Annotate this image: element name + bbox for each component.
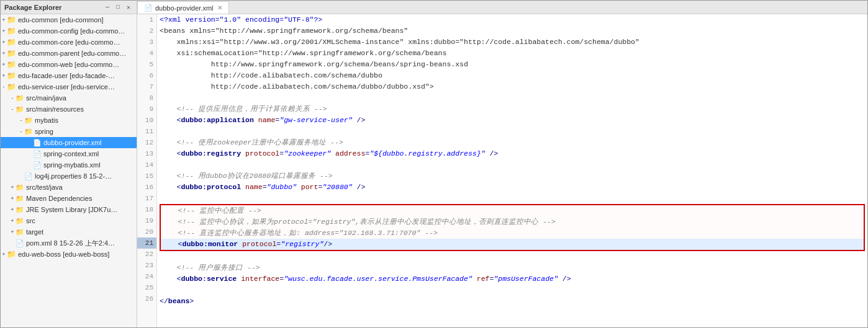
tree-item-label: edu-common [edu-common] <box>18 16 104 24</box>
tree-toggle[interactable]: - <box>9 106 16 112</box>
code-line-6: http://code.alibabatech.com/schema/dubbo <box>160 70 865 81</box>
close-sidebar-icon[interactable]: ✕ <box>124 3 133 12</box>
minimize-icon[interactable]: — <box>103 3 112 12</box>
sidebar-item-src-main-resources[interactable]: -📁src/main/resources <box>1 104 137 115</box>
tree-item-label: log4j.properties 8 15-2-… <box>35 172 112 180</box>
editor-tab-dubbo-provider[interactable]: 📄 dubbo-provider.xml ✕ <box>137 1 229 14</box>
sidebar-content: +📁edu-common [edu-common]+📁edu-common-co… <box>1 14 137 327</box>
tree-toggle[interactable]: - <box>1 84 7 90</box>
folder-icon: 📁 <box>16 217 24 225</box>
code-line-23: <!-- 用户服务接口 --> <box>160 262 865 273</box>
code-line-3: xmlns:xsi="http://www.w3.org/2001/XMLSch… <box>160 37 865 48</box>
sidebar-item-pom-xml[interactable]: 📄pom.xml 8 15-2-26 上午2:4… <box>1 237 137 249</box>
tree-toggle[interactable]: + <box>1 50 7 56</box>
code-area[interactable]: <?xml version="1.0" encoding="UTF-8"?><b… <box>157 14 867 327</box>
line-number-22: 22 <box>137 249 156 260</box>
sidebar-item-jre-system[interactable]: +📁JRE System Library [JDK7u… <box>1 204 137 215</box>
tree-item-label: edu-common-config [edu-commo… <box>18 27 125 35</box>
tree-toggle[interactable]: + <box>1 17 7 23</box>
sidebar-item-edu-facade-user[interactable]: +📁edu-facade-user [edu-facade-… <box>1 70 137 81</box>
code-line-13: <dubbo:registry protocol="zookeeper" add… <box>160 148 865 159</box>
line-number-18: 18 <box>137 204 156 215</box>
editor-content: 1234567891011121314151617181920212223242… <box>137 14 867 327</box>
tree-item-label: edu-service-user [edu-service… <box>18 83 115 91</box>
sidebar-item-edu-common-config[interactable]: +📁edu-common-config [edu-commo… <box>1 25 137 37</box>
sidebar-item-spring-context-xml[interactable]: 📄spring-context.xml <box>1 148 137 159</box>
tree-item-label: spring <box>35 128 53 135</box>
tree-item-label: spring-mybatis.xml <box>43 161 101 169</box>
line-number-25: 25 <box>137 282 156 293</box>
xml-file-icon: 📄 <box>33 161 42 169</box>
sidebar-item-src-test-java[interactable]: +📁src/test/java <box>1 182 137 193</box>
line-number-24: 24 <box>137 271 156 282</box>
sidebar-item-edu-web-boss[interactable]: +📁edu-web-boss [edu-web-boss] <box>1 249 137 260</box>
sidebar-item-dubbo-provider-xml[interactable]: 📄dubbo-provider.xml <box>1 137 137 148</box>
sidebar-item-edu-service-user[interactable]: -📁edu-service-user [edu-service… <box>1 81 137 92</box>
tree-item-label: pom.xml 8 15-2-26 上午2:4… <box>26 239 115 248</box>
sidebar-item-target[interactable]: +📁target <box>1 226 137 237</box>
tree-item-label: JRE System Library [JDK7u… <box>26 206 117 213</box>
sidebar-item-maven-deps[interactable]: +📁Maven Dependencies <box>1 193 137 204</box>
project-icon: 📁 <box>7 71 16 80</box>
line-number-20: 20 <box>137 226 156 237</box>
tab-close-icon[interactable]: ✕ <box>217 4 222 11</box>
code-line-1: <?xml version="1.0" encoding="UTF-8"?> <box>160 14 865 25</box>
tree-toggle[interactable]: + <box>1 251 7 257</box>
sidebar-item-edu-common-core[interactable]: +📁edu-common-core [edu-commo… <box>1 37 137 48</box>
line-number-13: 13 <box>137 148 156 159</box>
tree-toggle[interactable] <box>27 140 33 146</box>
maximize-icon[interactable]: □ <box>114 3 122 12</box>
sidebar-item-edu-common-parent[interactable]: +📁edu-common-parent [edu-commo… <box>1 48 137 59</box>
line-number-15: 15 <box>137 171 156 182</box>
folder-icon: 📁 <box>24 117 33 125</box>
sidebar-item-log4j[interactable]: 📄log4j.properties 8 15-2-… <box>1 171 137 182</box>
line-number-5: 5 <box>137 59 156 70</box>
sidebar-header: Package Explorer — □ ✕ <box>1 1 137 14</box>
editor-tab-bar: 📄 dubbo-provider.xml ✕ <box>137 1 867 14</box>
line-number-19: 19 <box>137 215 156 226</box>
sidebar-item-src[interactable]: +📁src <box>1 215 137 226</box>
tree-toggle[interactable]: - <box>9 95 16 101</box>
tree-item-label: mybatis <box>35 117 58 124</box>
tree-toggle[interactable] <box>27 162 33 168</box>
tab-label: dubbo-provider.xml <box>155 4 214 12</box>
tree-toggle[interactable]: + <box>1 28 7 34</box>
tree-toggle[interactable]: + <box>1 39 7 45</box>
tree-toggle[interactable]: + <box>9 206 16 213</box>
line-number-11: 11 <box>137 126 156 137</box>
line-number-7: 7 <box>137 81 156 92</box>
sidebar-item-src-main-java[interactable]: -📁src/main/java <box>1 92 137 104</box>
project-icon: 📁 <box>7 38 16 47</box>
code-line-5: http://www.springframework.org/schema/be… <box>160 59 865 70</box>
line-number-1: 1 <box>137 14 156 25</box>
sidebar-item-mybatis[interactable]: -📁mybatis <box>1 115 137 126</box>
tree-toggle[interactable]: + <box>1 73 7 79</box>
tree-toggle[interactable] <box>18 173 24 179</box>
code-line-20: <!-- 直连监控中心服务器地址，如: address="192.168.3.7… <box>161 228 864 239</box>
tree-toggle[interactable]: - <box>18 117 24 123</box>
sidebar-item-spring[interactable]: -📁spring <box>1 126 137 137</box>
sidebar: Package Explorer — □ ✕ +📁edu-common [edu… <box>1 1 137 327</box>
sidebar-item-edu-common-web[interactable]: +📁edu-common-web [edu-commo… <box>1 59 137 70</box>
code-line-11 <box>160 126 865 137</box>
tree-toggle[interactable] <box>27 151 33 157</box>
folder-icon: 📁 <box>16 184 24 192</box>
tree-toggle[interactable]: + <box>9 218 16 224</box>
line-number-4: 4 <box>137 48 156 59</box>
tree-toggle[interactable]: + <box>9 184 16 190</box>
editor-area: 📄 dubbo-provider.xml ✕ 12345678910111213… <box>137 1 867 327</box>
code-line-21: <dubbo:monitor protocol="registry"/> <box>161 239 864 250</box>
project-icon: 📁 <box>7 16 16 24</box>
tree-toggle[interactable] <box>9 240 16 246</box>
tree-toggle[interactable]: + <box>9 229 16 235</box>
line-number-14: 14 <box>137 159 156 171</box>
tree-item-label: edu-facade-user [edu-facade-… <box>18 72 115 79</box>
tree-toggle[interactable]: + <box>1 61 7 68</box>
tree-toggle[interactable]: - <box>18 128 24 135</box>
tree-toggle[interactable]: + <box>9 195 16 202</box>
code-line-26: </beans> <box>160 296 865 307</box>
line-number-16: 16 <box>137 182 156 193</box>
sidebar-item-spring-mybatis-xml[interactable]: 📄spring-mybatis.xml <box>1 159 137 171</box>
sidebar-item-edu-common[interactable]: +📁edu-common [edu-common] <box>1 14 137 25</box>
project-icon: 📁 <box>7 250 16 259</box>
